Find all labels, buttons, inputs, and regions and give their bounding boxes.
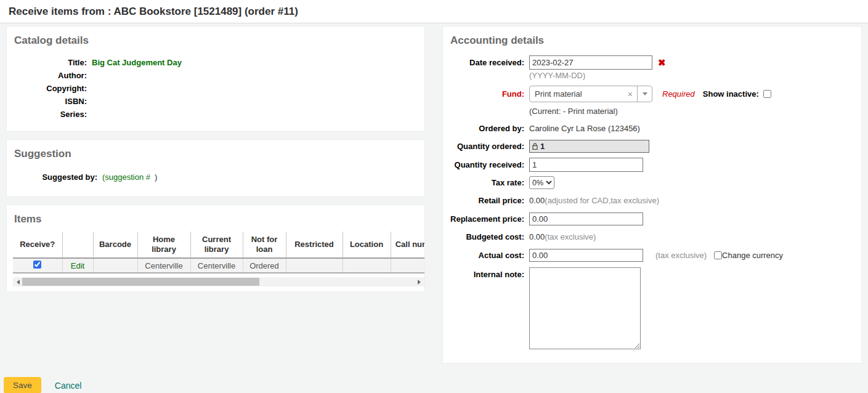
chevron-down-icon <box>643 92 647 95</box>
col-call-number: Call number <box>391 232 424 258</box>
items-table-clip: Receive? Barcode Home library Current li… <box>13 232 424 273</box>
budgeted-cost-value: 0.00 <box>529 232 545 241</box>
fund-select[interactable]: Print material × <box>529 86 652 102</box>
show-inactive-label: Show inactive: <box>703 89 759 99</box>
suggestion-close-paren: ) <box>155 172 157 182</box>
col-home-library: Home library <box>137 232 190 258</box>
ordered-by-label: Ordered by: <box>449 123 524 134</box>
col-edit <box>62 232 93 258</box>
suggestion-panel: Suggestion Suggested by: (suggestion # ) <box>6 139 425 197</box>
catalog-title-link[interactable]: Big Cat Judgement Day <box>92 58 182 67</box>
fund-current-row: (Current: - Print material) <box>449 107 855 116</box>
edit-item-link[interactable]: Edit <box>71 261 84 270</box>
replacement-price-row: Replacement price: <box>449 213 855 225</box>
suggestion-link[interactable]: (suggestion # <box>102 172 150 182</box>
retail-price-row: Retail price: 0.00(adjusted for CAD,tax … <box>449 195 855 206</box>
internal-note-textarea[interactable] <box>529 267 641 349</box>
copyright-label: Copyright: <box>13 83 87 94</box>
quantity-received-input[interactable] <box>529 158 643 172</box>
left-column: Catalog details Title: Big Cat Judgement… <box>6 26 425 363</box>
col-location: Location <box>343 232 391 258</box>
date-format-hint: (YYYY-MM-DD) <box>529 71 585 80</box>
receive-checkbox[interactable] <box>33 261 41 269</box>
catalog-author-row: Author: <box>13 70 418 81</box>
catalog-isbn-row: ISBN: <box>13 95 418 107</box>
date-received-input[interactable] <box>529 55 652 70</box>
suggested-by-label: Suggested by: <box>13 171 97 183</box>
isbn-label: ISBN: <box>13 95 87 107</box>
retail-price-label: Retail price: <box>449 195 524 206</box>
barcode-cell <box>93 258 137 273</box>
tax-rate-select[interactable]: 0% <box>529 176 554 189</box>
main-content: Catalog details Title: Big Cat Judgement… <box>0 23 868 363</box>
replacement-price-label: Replacement price: <box>449 213 524 225</box>
tax-rate-row: Tax rate: 0% <box>449 176 855 189</box>
suggested-by-row: Suggested by: (suggestion # ) <box>13 171 418 183</box>
retail-price-value: 0.00 <box>529 196 545 205</box>
actual-cost-input[interactable] <box>529 249 643 262</box>
col-current-library: Current library <box>190 232 243 258</box>
cancel-link[interactable]: Cancel <box>55 381 82 391</box>
call-number-cell <box>391 258 424 273</box>
budgeted-cost-row: Budgeted cost: 0.00(tax exclusive) <box>449 231 855 243</box>
date-received-label: Date received: <box>449 57 524 68</box>
page-header: Receive items from : ABC Bookstore [1521… <box>0 0 868 23</box>
date-format-hint-row: (YYYY-MM-DD) <box>449 71 855 80</box>
lock-icon <box>532 143 538 150</box>
replacement-price-input[interactable] <box>529 213 643 225</box>
date-received-row: Date received: ✖ <box>449 55 855 70</box>
accounting-details-heading: Accounting details <box>443 26 861 48</box>
retail-price-note: (adjusted for CAD,tax exclusive) <box>545 196 659 205</box>
author-label: Author: <box>13 70 87 81</box>
change-currency-checkbox[interactable] <box>714 251 722 259</box>
quantity-ordered-value: 1 <box>540 142 545 151</box>
catalog-details-heading: Catalog details <box>7 26 424 48</box>
ordered-by-value: Caroline Cyr La Rose (123456) <box>529 124 640 133</box>
fund-selected-value: Print material <box>530 89 623 99</box>
items-panel: Items Receive? Barcode H <box>6 205 425 292</box>
not-for-loan-cell: Ordered <box>243 258 286 273</box>
actual-cost-note: (tax exclusive) <box>655 251 707 260</box>
quantity-received-row: Quantity received: <box>449 158 855 172</box>
items-table: Receive? Barcode Home library Current li… <box>13 232 424 273</box>
fund-dropdown-button[interactable] <box>637 86 652 102</box>
page-title: Receive items from : ABC Bookstore [1521… <box>9 6 298 18</box>
show-inactive-checkbox[interactable] <box>763 90 771 98</box>
accounting-details-panel: Accounting details Date received: ✖ (YYY… <box>442 26 862 363</box>
catalog-series-row: Series: <box>13 108 418 120</box>
col-barcode: Barcode <box>93 232 137 258</box>
title-label: Title: <box>13 57 87 68</box>
edit-cell: Edit <box>62 258 93 273</box>
quantity-ordered-label: Quantity ordered: <box>449 140 524 152</box>
tax-rate-label: Tax rate: <box>449 177 524 188</box>
receive-cell <box>13 258 62 273</box>
save-button[interactable]: Save <box>4 377 41 393</box>
ordered-by-row: Ordered by: Caroline Cyr La Rose (123456… <box>449 123 855 134</box>
items-heading: Items <box>7 205 424 227</box>
actual-cost-row: Actual cost: (tax exclusive) Change curr… <box>449 249 855 262</box>
fund-label: Fund: <box>449 88 524 100</box>
home-library-cell: Centerville <box>137 258 190 273</box>
current-library-cell: Centerville <box>190 258 243 273</box>
fund-required-text: Required <box>662 89 695 99</box>
fund-clear-icon[interactable]: × <box>623 89 637 99</box>
catalog-copyright-row: Copyright: <box>13 83 418 94</box>
series-label: Series: <box>13 108 87 120</box>
items-table-area: Receive? Barcode Home library Current li… <box>7 227 424 291</box>
right-column: Accounting details Date received: ✖ (YYY… <box>442 26 862 363</box>
col-restricted: Restricted <box>286 232 343 258</box>
quantity-received-label: Quantity received: <box>449 159 524 171</box>
catalog-title-row: Title: Big Cat Judgement Day <box>13 57 418 68</box>
change-currency-label: Change currency <box>722 251 783 260</box>
horizontal-scrollbar[interactable] <box>13 277 424 286</box>
table-row: Edit Centerville Centerville Ordered <box>13 258 424 273</box>
scroll-left-arrow-icon[interactable] <box>17 280 20 285</box>
quantity-ordered-row: Quantity ordered: 1 <box>449 140 855 153</box>
scrollbar-thumb[interactable] <box>22 278 259 286</box>
col-not-for-loan: Not for loan <box>243 232 286 258</box>
items-header-row: Receive? Barcode Home library Current li… <box>13 232 424 258</box>
suggestion-heading: Suggestion <box>7 140 424 161</box>
clear-date-icon[interactable]: ✖ <box>658 57 666 68</box>
quantity-ordered-input: 1 <box>529 140 649 153</box>
scroll-right-arrow-icon[interactable] <box>418 280 421 285</box>
